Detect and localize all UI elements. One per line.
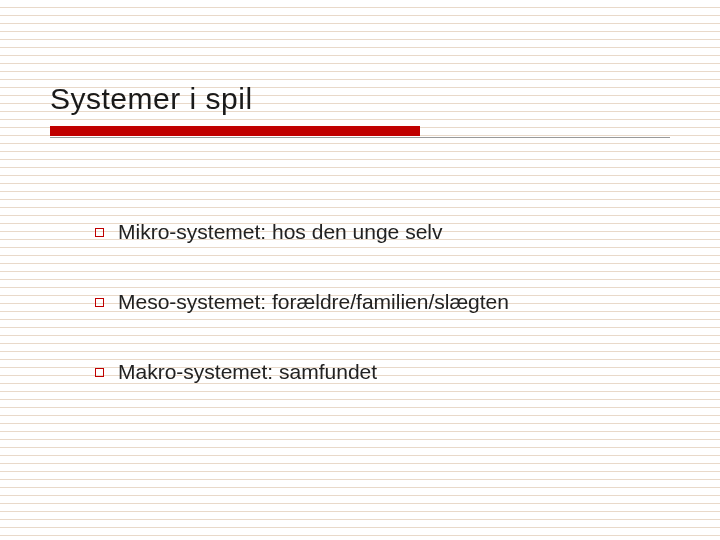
title-underline-thin xyxy=(50,137,670,138)
ruled-background xyxy=(0,0,720,540)
square-bullet-icon xyxy=(95,228,104,237)
title-underline-thick xyxy=(50,126,420,136)
list-item-text: Meso-systemet: forældre/familien/slægten xyxy=(118,290,509,314)
slide: Systemer i spil Mikro-systemet: hos den … xyxy=(0,0,720,540)
list-item: Makro-systemet: samfundet xyxy=(95,360,377,384)
list-item: Mikro-systemet: hos den unge selv xyxy=(95,220,442,244)
square-bullet-icon xyxy=(95,298,104,307)
list-item-text: Mikro-systemet: hos den unge selv xyxy=(118,220,442,244)
list-item: Meso-systemet: forældre/familien/slægten xyxy=(95,290,509,314)
list-item-text: Makro-systemet: samfundet xyxy=(118,360,377,384)
slide-title: Systemer i spil xyxy=(50,82,253,116)
square-bullet-icon xyxy=(95,368,104,377)
